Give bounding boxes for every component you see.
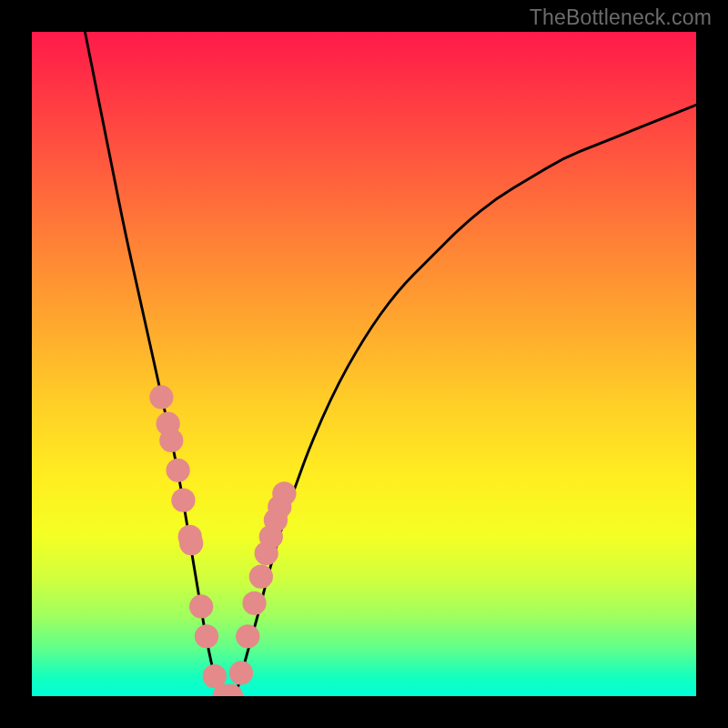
highlight-point <box>189 594 213 618</box>
chart-svg <box>32 32 696 696</box>
chart-frame: TheBottleneck.com <box>0 0 728 728</box>
highlight-point <box>179 531 203 555</box>
highlight-point <box>236 624 259 648</box>
highlight-point <box>159 429 183 452</box>
highlight-point <box>242 592 266 615</box>
watermark-text: TheBottleneck.com <box>530 5 712 30</box>
highlight-point <box>171 489 195 512</box>
highlight-point <box>272 481 296 505</box>
highlight-markers <box>149 385 296 696</box>
highlight-point <box>249 564 273 588</box>
highlight-point <box>149 385 173 409</box>
highlight-point <box>195 624 218 648</box>
plot-area <box>32 32 696 696</box>
bottleneck-curve <box>85 32 696 696</box>
highlight-point <box>166 459 189 482</box>
highlight-point <box>229 661 253 684</box>
